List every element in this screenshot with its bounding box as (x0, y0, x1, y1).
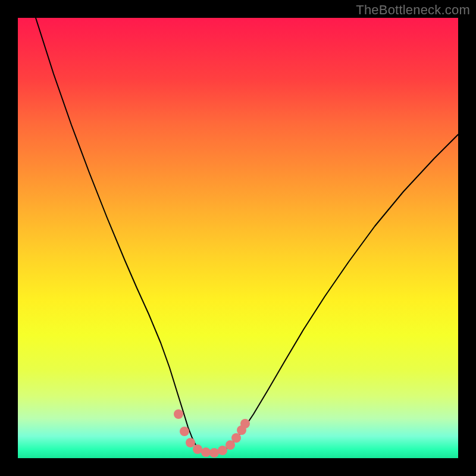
plot-area (18, 18, 458, 458)
valley-dot (231, 433, 241, 443)
valley-dot (218, 446, 227, 455)
curve-group (36, 18, 458, 453)
valley-dot (174, 409, 183, 419)
chart-stage: TheBottleneck.com (0, 0, 476, 476)
curve-right-branch (225, 134, 458, 450)
valley-dot (193, 444, 202, 454)
valley-dot (180, 427, 189, 436)
attribution-text: TheBottleneck.com (356, 2, 470, 18)
valley-dot (209, 448, 219, 458)
curve-svg (18, 18, 458, 458)
valley-dot (201, 447, 211, 457)
valley-dot (240, 419, 250, 428)
curve-left-branch (36, 18, 199, 449)
valley-dot (186, 438, 195, 447)
